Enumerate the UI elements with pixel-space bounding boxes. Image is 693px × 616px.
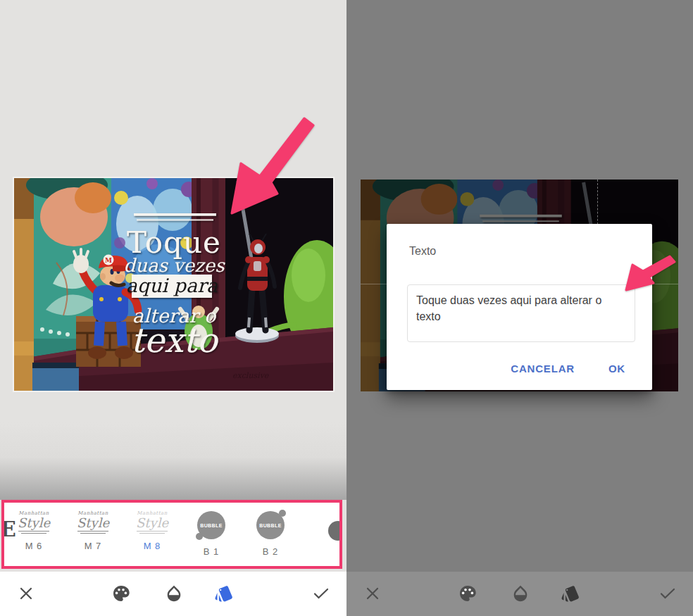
style-option-label: M 6 [25,541,43,551]
bottom-fade [0,422,346,500]
close-icon[interactable] [16,584,36,603]
check-icon[interactable] [311,584,331,603]
editor-panel-left: E Manhattan Style M 6 Manhattan Style M … [0,0,346,616]
style-icon [561,584,580,603]
style-option-label: M 8 [144,541,161,551]
text-dialog: Texto Toque duas vezes aqui para alterar… [387,224,652,390]
dialog-actions: CANCELAR OK [509,357,627,380]
bubble-style-preview: BUBBLE [256,511,285,539]
palette-icon[interactable] [111,584,131,603]
style-option-m8-selected[interactable]: Manhattan Style M 8 [123,503,182,566]
close-icon [363,584,382,603]
manhattan-style-preview: Manhattan Style [77,511,109,534]
opacity-icon[interactable] [164,584,184,603]
bubble-style-preview: BUBBLE [197,511,225,539]
style-option-partial-left[interactable]: E [1,517,16,541]
ok-button[interactable]: OK [607,357,627,380]
cancel-button[interactable]: CANCELAR [509,357,576,380]
bottom-toolbar-right [346,572,693,616]
manhattan-style-preview: Manhattan Style [18,511,50,534]
palette-icon [458,584,477,603]
style-option-partial-right[interactable] [328,521,342,541]
text-input[interactable]: Toque duas vezes aqui para alterar o tex… [407,284,635,342]
editor-panel-right: Texto Toque duas vezes aqui para alterar… [346,0,693,616]
bottom-toolbar-left [0,572,346,616]
style-option-label: B 1 [204,546,220,557]
style-selector-bar: E Manhattan Style M 6 Manhattan Style M … [1,500,342,569]
style-option-b2[interactable]: BUBBLE B 2 [241,503,300,566]
style-option-label: B 2 [263,546,279,557]
style-option-m7[interactable]: Manhattan Style M 7 [63,503,123,566]
style-option-b1[interactable]: BUBBLE B 1 [182,503,241,566]
style-option-label: M 7 [85,541,102,551]
opacity-icon [511,584,530,603]
photo-canvas[interactable] [13,177,335,392]
manhattan-style-preview: Manhattan Style [136,511,168,534]
style-icon[interactable] [214,584,234,603]
screenshot-root: E Manhattan Style M 6 Manhattan Style M … [0,0,693,616]
check-icon [658,584,678,603]
dialog-title: Texto [409,245,436,258]
